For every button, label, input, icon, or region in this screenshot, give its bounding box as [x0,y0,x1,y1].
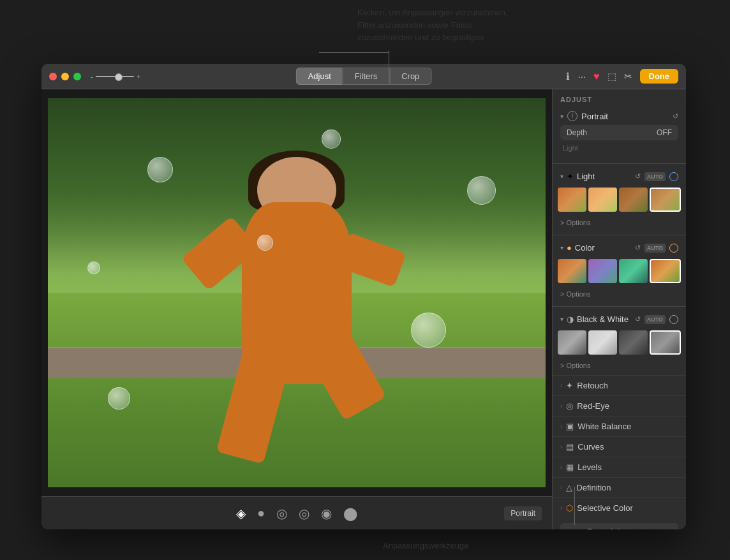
edit-icon[interactable]: ✂ [624,71,632,82]
content-area: ◈ ● ◎ ◎ ◉ ⬤ Portrait ADJUST ▾ f Portrait… [41,89,686,529]
light-header[interactable]: ▾ ✦ Light ↺ AUTO [558,166,681,185]
tab-filters[interactable]: Filters [343,68,389,85]
wb-row[interactable]: › ▣ White Balance [553,416,686,436]
bubble-3 [411,313,446,348]
levels-row[interactable]: › ▦ Levels [553,457,686,477]
color-options-label: > Options [560,290,590,298]
wb-label: White Balance [577,422,678,431]
photo-container [41,89,552,496]
light-indicator [669,172,678,181]
bw-thumb-3[interactable] [619,330,648,355]
tab-crop[interactable]: Crop [389,68,431,85]
color-thumb-1[interactable] [558,259,586,283]
bw-thumb-2[interactable] [588,330,617,355]
circle-tool-5[interactable]: ⬤ [343,506,357,521]
color-reset[interactable]: ↺ [635,244,641,252]
circle-tool-4[interactable]: ◉ [321,506,332,521]
light-icon: ✦ [567,172,574,181]
selective-label: Selective Color [577,503,678,513]
bw-thumb-4[interactable] [650,330,681,355]
divider-2 [553,235,686,235]
portrait-tool-icon[interactable]: ◈ [236,506,246,521]
light-thumb-strip [558,188,681,212]
curves-label: Curves [577,442,678,452]
depth-label: Depth [567,128,657,137]
light-controls: ↺ AUTO [635,172,678,181]
color-thumb-2[interactable] [588,259,617,283]
light-reset[interactable]: ↺ [635,172,641,181]
portrait-reset-icon[interactable]: ↺ [673,112,678,121]
color-thumb-3[interactable] [619,259,648,283]
color-thumb-strip [558,259,681,283]
light-thumb-1[interactable] [558,188,586,212]
bw-label: Black & White [577,314,632,324]
curves-chevron: › [560,443,562,450]
done-button[interactable]: Done [640,69,679,84]
person-leg-left [216,334,294,464]
favorite-icon[interactable]: ♥ [593,71,600,82]
bottom-callout-line [574,487,575,525]
color-controls: ↺ AUTO [635,244,678,253]
color-thumb-4[interactable] [650,259,681,283]
circle-tool-1[interactable]: ● [257,506,265,520]
portrait-header[interactable]: ▾ f Portrait ↺ [560,107,678,125]
brightness-slider[interactable] [96,76,134,77]
light-thumb-3[interactable] [619,188,648,212]
panel-title: ADJUST [553,89,686,107]
light-thumb-2[interactable] [588,188,617,212]
share-icon[interactable]: ⬚ [607,71,616,82]
levels-label: Levels [577,462,678,472]
bw-reset[interactable]: ↺ [635,315,641,323]
light-options-label: > Options [560,219,590,226]
bottom-callout-annotation: Anpassungswerkzeuge [383,541,468,550]
color-header[interactable]: ▾ ● Color ↺ AUTO [558,238,681,256]
bw-thumb-strip [558,330,681,355]
retouch-icon: ✦ [566,381,573,390]
light-options[interactable]: > Options [558,214,681,230]
circle-tool-2[interactable]: ◎ [276,506,287,521]
main-window: - + Adjust Filters Crop ℹ ··· ♥ ⬚ ✂ Done [41,64,686,529]
portrait-label: Portrait [581,112,669,121]
redeye-label: Red-Eye [577,401,678,411]
divider-3 [553,306,686,307]
color-section: ▾ ● Color ↺ AUTO > Options [553,238,686,304]
definition-chevron: › [560,484,562,491]
light-auto-badge[interactable]: AUTO [644,172,666,181]
circle-tool-3[interactable]: ◎ [299,506,309,521]
fullscreen-button[interactable] [73,73,81,80]
bw-indicator [669,315,678,324]
redeye-chevron: › [560,402,562,409]
traffic-lights [49,73,81,80]
color-options[interactable]: > Options [558,286,681,301]
minimize-button[interactable] [61,73,69,80]
color-auto-badge[interactable]: AUTO [644,244,666,253]
brightness-minus: - [91,73,93,80]
close-button[interactable] [49,73,57,80]
retouch-row[interactable]: › ✦ Retouch [553,375,686,395]
bw-options[interactable]: > Options [558,357,681,372]
light-thumb-4[interactable] [650,188,681,212]
brightness-plus: + [137,73,140,80]
levels-chevron: › [560,464,562,471]
more-options-icon[interactable]: ··· [577,71,586,82]
titlebar: - + Adjust Filters Crop ℹ ··· ♥ ⬚ ✂ Done [41,64,686,89]
bw-thumb-1[interactable] [558,330,586,355]
tab-adjust[interactable]: Adjust [296,68,343,85]
selective-color-row[interactable]: › ⬡ Selective Color [553,497,686,518]
bubble-7 [467,176,496,205]
brightness-control: - + [91,73,140,80]
right-panel: ADJUST ▾ f Portrait ↺ Depth OFF Light [552,89,686,529]
bw-header[interactable]: ▾ ◑ Black & White ↺ AUTO [558,309,681,328]
callout-annotation: Klicken, um Anpassungen vorzunehmen, Fil… [357,6,508,44]
color-indicator [669,244,678,253]
redeye-icon: ◎ [566,401,573,411]
info-icon[interactable]: ℹ [566,71,570,82]
titlebar-right: ℹ ··· ♥ ⬚ ✂ Done [566,69,678,84]
depth-status: OFF [657,128,672,137]
reset-adjustments-button[interactable]: Reset Adjustments [560,523,678,529]
definition-row[interactable]: › △ Definition [553,477,686,497]
bw-controls: ↺ AUTO [635,315,678,324]
curves-row[interactable]: › ▤ Curves [553,436,686,457]
bw-auto-badge[interactable]: AUTO [644,315,666,324]
redeye-row[interactable]: › ◎ Red-Eye [553,395,686,416]
